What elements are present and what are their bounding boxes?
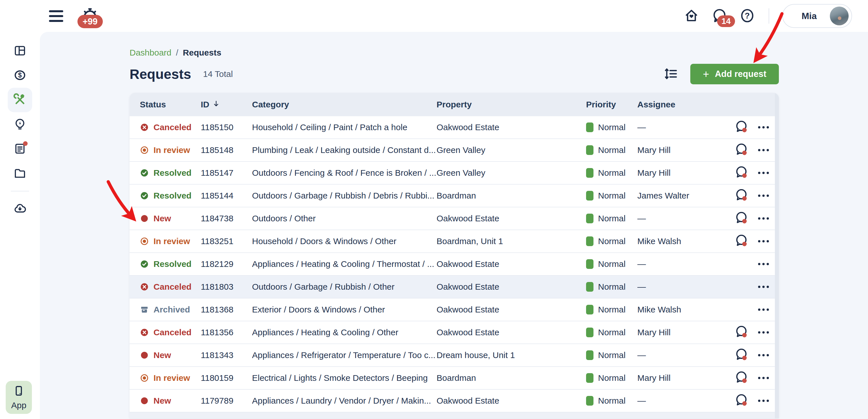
table-row[interactable]: Resolved 1185147 Outdoors / Fencing & Ro… [130,162,779,185]
row-menu-button[interactable] [757,306,770,313]
request-assignee: — [637,282,734,292]
chat-icon[interactable] [734,234,748,248]
request-category: Plumbing / Leak / Leaking outside / Cons… [252,145,437,155]
table-row[interactable]: New 1181343 Appliances / Refrigerator / … [130,344,779,367]
table-scrollbar[interactable] [775,93,779,418]
hamburger-menu-icon[interactable] [49,10,63,22]
main-content: Dashboard / Requests Requests 14 Total +… [40,32,868,419]
table-row[interactable]: Resolved 1185144 Outdoors / Garbage / Ru… [130,185,779,207]
sidebar-item-payments[interactable]: $ [8,63,32,88]
column-header-status[interactable]: Status [140,100,201,109]
sidebar-item-maintenance[interactable] [8,88,32,112]
row-menu-button[interactable] [757,397,770,405]
breadcrumb: Dashboard / Requests [130,48,868,58]
sidebar-item-utilities[interactable] [8,112,32,137]
breadcrumb-dashboard-link[interactable]: Dashboard [130,48,172,58]
table-body: Canceled 1185150 Household / Ceiling / P… [130,116,779,413]
status-icon [140,282,149,291]
chat-icon[interactable] [734,143,748,157]
request-property: Oakwood Estate [437,214,586,223]
cloud-download-icon [13,202,27,216]
row-menu-button[interactable] [757,374,770,382]
chat-icon[interactable] [734,188,748,202]
breadcrumb-current: Requests [183,48,221,58]
table-row[interactable]: Canceled 1181356 Appliances / Heating & … [130,321,779,344]
request-category: Outdoors / Fencing & Roof / Fence is Bro… [252,168,437,178]
chat-icon[interactable] [734,120,748,134]
status-icon [140,123,149,132]
table-row[interactable]: New 1179789 Appliances / Laundry / Vendo… [130,390,779,413]
row-menu-button[interactable] [757,146,770,154]
help-button[interactable]: ? [739,8,755,24]
customize-columns-button[interactable] [663,67,678,82]
chat-icon[interactable] [734,325,748,339]
table-row[interactable]: In review 1180159 Electrical / Lights / … [130,367,779,390]
table-row[interactable]: In review 1183251 Household / Doors & Wi… [130,230,779,253]
request-id: 1185150 [201,122,252,132]
priority-label: Normal [598,145,626,155]
chat-icon[interactable] [734,393,748,407]
row-menu-button[interactable] [757,169,770,177]
status-icon [140,305,149,314]
row-menu-button[interactable] [757,351,770,359]
request-assignee: — [637,214,734,223]
status-label: New [154,396,171,406]
chat-icon[interactable] [734,211,748,225]
user-menu[interactable]: Mia [782,4,852,28]
request-category: Outdoors / Other [252,214,437,223]
topbar-divider [769,8,769,24]
status-label: In review [154,145,190,155]
chat-icon[interactable] [734,348,748,362]
priority-label: Normal [598,236,626,246]
column-header-property[interactable]: Property [437,100,586,109]
row-menu-button[interactable] [757,192,770,200]
request-assignee: — [637,122,734,132]
request-property: Boardman [437,373,586,383]
request-category: Appliances / Laundry / Vendor / Dryer / … [252,396,437,406]
avatar [830,6,849,25]
sidebar-item-documents[interactable] [8,137,32,161]
row-settings-icon [664,78,678,82]
add-request-button[interactable]: + Add request [690,64,779,84]
chat-icon[interactable] [734,165,748,179]
table-row[interactable]: New 1184738 Outdoors / Other Oakwood Est… [130,207,779,230]
sidebar-item-downloads[interactable] [8,197,32,221]
request-assignee: Mary Hill [637,373,734,383]
request-id: 1184738 [201,214,252,223]
user-name: Mia [802,11,817,21]
sidebar: $ [0,32,40,419]
column-header-priority[interactable]: Priority [586,100,637,109]
row-menu-button[interactable] [757,328,770,336]
sidebar-item-dashboard[interactable] [8,39,32,63]
table-row[interactable]: Canceled 1181803 Outdoors / Garbage / Ru… [130,276,779,299]
chat-icon[interactable] [734,370,748,385]
mobile-app-button[interactable]: App [6,381,32,414]
column-header-assignee[interactable]: Assignee [637,100,734,109]
table-row[interactable]: Canceled 1185150 Household / Ceiling / P… [130,116,779,139]
request-property: Oakwood Estate [437,282,586,292]
home-button[interactable] [683,8,700,24]
priority-label: Normal [598,122,626,132]
status-icon [140,146,149,155]
request-category: Outdoors / Garbage / Rubbish / Debris / … [252,191,437,201]
request-assignee: — [637,259,734,269]
timer-widget[interactable]: +99 [82,7,100,25]
notification-dot [23,141,28,146]
table-row[interactable]: In review 1185148 Plumbing / Leak / Leak… [130,139,779,162]
request-property: Oakwood Estate [437,259,586,269]
request-assignee: Mike Walsh [637,236,734,246]
priority-indicator [586,145,593,155]
dashboard-grid-icon [13,44,27,58]
priority-indicator [586,350,593,360]
request-assignee: Mike Walsh [637,305,734,315]
row-menu-button[interactable] [757,237,770,245]
row-menu-button[interactable] [757,214,770,222]
row-menu-button[interactable] [757,283,770,291]
table-row[interactable]: Resolved 1182129 Appliances / Heating & … [130,253,779,276]
row-menu-button[interactable] [757,260,770,268]
sidebar-item-files[interactable] [8,161,32,186]
table-row[interactable]: Archived 1181368 Exterior / Doors & Wind… [130,299,779,321]
row-menu-button[interactable] [757,123,770,131]
column-header-category[interactable]: Category [252,100,437,109]
column-header-id[interactable]: ID [201,100,252,110]
